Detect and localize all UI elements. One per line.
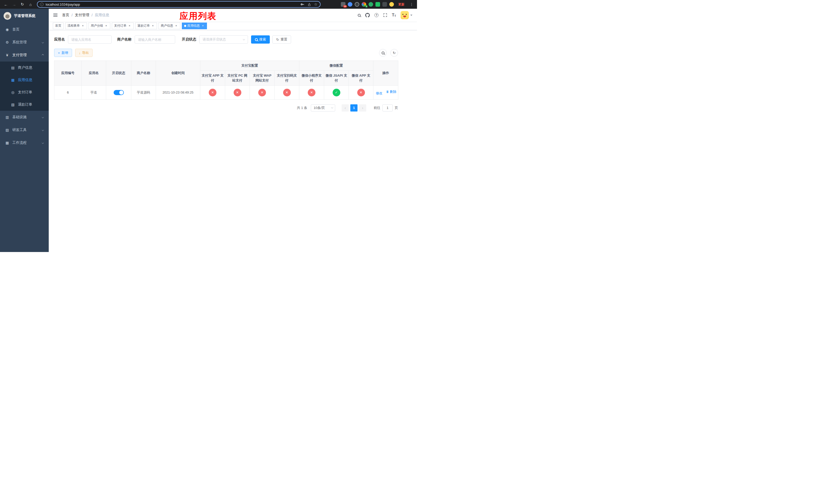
page-size-select[interactable]: 10条/页 <box>311 104 335 112</box>
browser-forward-icon[interactable]: → <box>11 1 18 8</box>
goto-suffix: 页 <box>395 106 398 110</box>
close-icon[interactable]: × <box>174 24 178 28</box>
app-name-input[interactable] <box>68 36 112 44</box>
infrastructure-icon: ▥ <box>5 115 9 119</box>
merchant-name-input[interactable] <box>135 36 175 44</box>
extension-badge: 1 <box>365 5 368 8</box>
edit-link[interactable]: 修改 <box>375 91 382 96</box>
chevron-down-icon <box>42 116 44 118</box>
extension-dark-icon[interactable] <box>355 2 359 7</box>
font-size-icon[interactable]: TT <box>392 13 396 18</box>
browser-reload-icon[interactable]: ↻ <box>19 1 26 8</box>
wechat-mini-status-icon: ✕ <box>308 89 315 96</box>
sidebar-item-infrastructure[interactable]: ▥ 基础设施 <box>0 111 49 123</box>
table-row: 6 芋道 芋道源码 2021-10-23 08:49:25 ✕ ✕ ✕ ✕ ✕ … <box>54 85 398 99</box>
search-icon[interactable] <box>358 14 360 17</box>
extension-color-icon[interactable]: 1 <box>361 2 366 7</box>
help-icon[interactable]: ? <box>374 13 378 17</box>
tag-home[interactable]: 首页 <box>53 23 64 29</box>
bookmark-star-icon[interactable]: ☆ <box>314 2 317 7</box>
sidebar-item-app-info[interactable]: ▦ 应用信息 <box>0 74 49 86</box>
col-group-alipay: 支付宝配置 <box>200 61 299 71</box>
refresh-icon: ↻ <box>276 38 279 41</box>
browser-update-button[interactable]: 更新 <box>396 1 407 8</box>
tags-view-bar: 首页 流程表单× 用户分组× 支付订单× 退款订单× 商户信息× 应用信息× <box>49 22 417 30</box>
browser-toolbar: ← → ↻ ⌂ i localhost:1024/pay/app ☆ 10 1 … <box>0 0 417 9</box>
col-app-name: 应用名 <box>82 61 106 86</box>
tag-process-form[interactable]: 流程表单× <box>65 23 87 29</box>
cell-created: 2021-10-23 08:49:25 <box>156 85 200 99</box>
close-icon[interactable]: × <box>151 24 155 28</box>
tag-refund-order[interactable]: 退款订单× <box>135 23 157 29</box>
total-count: 共 1 条 <box>297 106 307 110</box>
prev-page-button[interactable]: ‹ <box>342 104 349 112</box>
sidebar-item-workflow[interactable]: ▩ 工作流程 <box>0 136 49 149</box>
goto-page-input[interactable] <box>382 104 393 112</box>
breadcrumb-home[interactable]: 首页 <box>62 13 69 18</box>
fullscreen-icon[interactable] <box>383 13 387 17</box>
close-icon[interactable]: × <box>201 24 205 28</box>
sidebar-collapse-icon[interactable] <box>49 9 62 22</box>
extension-face-icon[interactable] <box>389 2 394 7</box>
extension-blue-icon[interactable] <box>348 2 352 7</box>
extension-puzzle2-icon[interactable] <box>382 2 387 7</box>
app-name-label: 应用名 <box>54 37 65 42</box>
col-alipay-app: 支付宝 APP 支付 <box>200 70 225 85</box>
extension-puzzle-icon[interactable]: 10 <box>341 2 346 7</box>
browser-menu-icon[interactable]: ⋮ <box>409 2 414 6</box>
next-page-button[interactable]: › <box>359 104 366 112</box>
toggle-search-button[interactable] <box>379 49 387 56</box>
tag-pay-order[interactable]: 支付订单× <box>112 23 134 29</box>
url-text: localhost:1024/pay/app <box>46 3 80 6</box>
sidebar-item-home[interactable]: ◉ 首页 <box>0 23 49 36</box>
reset-button[interactable]: ↻ 重置 <box>272 36 291 44</box>
logo-avatar <box>4 12 11 20</box>
app-logo[interactable]: 芋道管理系统 <box>0 9 49 23</box>
sidebar-item-devtools[interactable]: ▨ 研发工具 <box>0 123 49 136</box>
close-icon[interactable]: × <box>104 24 108 28</box>
sidebar-item-merchant-info[interactable]: ▤ 商户信息 <box>0 62 49 74</box>
address-bar[interactable]: i localhost:1024/pay/app ☆ <box>37 1 321 8</box>
tag-app-info[interactable]: 应用信息× <box>182 23 207 29</box>
top-navbar: 首页 / 支付管理 / 应用信息 ? TT <box>49 9 417 22</box>
extension-wechat-icon[interactable] <box>369 2 373 7</box>
goto-label: 前往 <box>374 106 380 110</box>
status-select[interactable]: 请选择开启状态 <box>199 36 248 44</box>
col-wechat-mini: 微信小程序支付 <box>299 70 324 85</box>
tag-user-group[interactable]: 用户分组× <box>88 23 110 29</box>
share-icon[interactable] <box>307 3 311 6</box>
chevron-down-icon <box>410 15 412 16</box>
close-icon[interactable]: × <box>81 24 85 28</box>
col-actions: 操作 <box>373 61 398 86</box>
cell-app-name: 芋道 <box>82 85 106 99</box>
github-icon[interactable] <box>365 13 370 18</box>
enable-switch[interactable] <box>114 90 124 95</box>
plus-icon: + <box>58 51 60 54</box>
tag-merchant-info[interactable]: 商户信息× <box>158 23 180 29</box>
pay-order-icon: ◎ <box>11 90 15 94</box>
page-1-button[interactable]: 1 <box>350 104 357 112</box>
close-icon[interactable]: × <box>128 24 131 28</box>
add-button[interactable]: + 新增 <box>54 49 72 57</box>
sidebar-item-pay-order[interactable]: ◎ 支付订单 <box>0 86 49 98</box>
password-key-icon[interactable] <box>301 3 304 6</box>
refresh-table-button[interactable]: ↻ <box>390 49 398 56</box>
user-avatar <box>401 11 409 19</box>
extension-chat-icon[interactable] <box>375 2 380 7</box>
user-menu[interactable] <box>401 11 412 19</box>
delete-link[interactable]: 删除 <box>386 90 396 94</box>
chevron-up-icon <box>42 54 44 56</box>
app-table: 应用编号 应用名 开启状态 商户名称 创建时间 支付宝配置 微信配置 操作 支付… <box>54 61 398 100</box>
sidebar-item-refund-order[interactable]: ▧ 退款订单 <box>0 98 49 111</box>
browser-home-icon[interactable]: ⌂ <box>27 1 34 8</box>
browser-back-icon[interactable]: ← <box>3 1 9 8</box>
search-button[interactable]: 搜索 <box>251 36 270 44</box>
search-icon <box>381 51 385 54</box>
breadcrumb-payment[interactable]: 支付管理 <box>75 13 89 18</box>
export-button[interactable]: ↓ 导出 <box>75 49 93 57</box>
col-app-id: 应用编号 <box>54 61 82 86</box>
alipay-qr-status-icon: ✕ <box>283 89 291 96</box>
sidebar-item-payment[interactable]: ¥ 支付管理 <box>0 49 49 62</box>
site-info-icon[interactable]: i <box>40 3 44 6</box>
sidebar-item-system[interactable]: ⚙ 系统管理 <box>0 36 49 49</box>
